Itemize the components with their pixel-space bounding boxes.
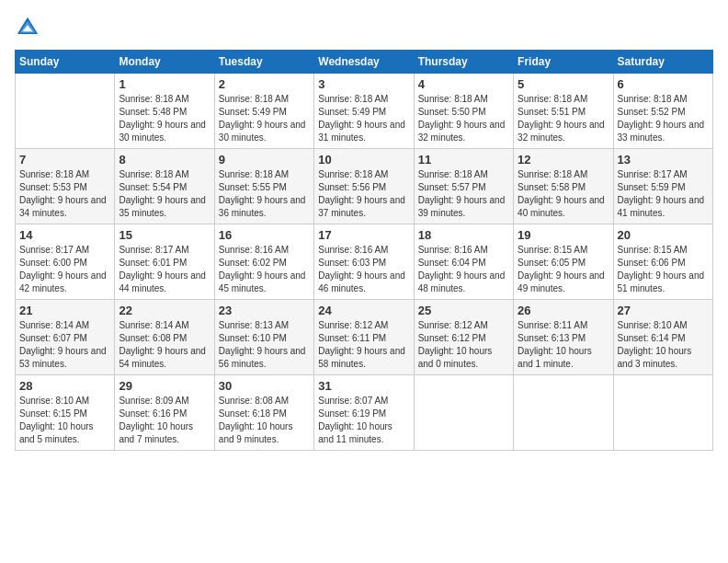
day-info: Sunrise: 8:16 AMSunset: 6:04 PMDaylight:… <box>418 244 509 295</box>
day-cell: 23Sunrise: 8:13 AMSunset: 6:10 PMDayligh… <box>214 300 313 375</box>
header-cell-saturday: Saturday <box>613 51 712 74</box>
day-cell <box>16 74 115 149</box>
header <box>15 15 713 40</box>
logo-icon <box>15 15 40 40</box>
day-info: Sunrise: 8:17 AMSunset: 6:00 PMDaylight:… <box>19 244 110 295</box>
day-number: 16 <box>219 228 310 242</box>
day-cell: 28Sunrise: 8:10 AMSunset: 6:15 PMDayligh… <box>16 375 115 451</box>
day-cell: 8Sunrise: 8:18 AMSunset: 5:54 PMDaylight… <box>115 149 214 224</box>
day-info: Sunrise: 8:13 AMSunset: 6:10 PMDaylight:… <box>219 319 310 371</box>
day-info: Sunrise: 8:09 AMSunset: 6:16 PMDaylight:… <box>119 395 210 446</box>
header-cell-friday: Friday <box>514 51 613 74</box>
day-cell: 17Sunrise: 8:16 AMSunset: 6:03 PMDayligh… <box>314 224 414 300</box>
day-info: Sunrise: 8:12 AMSunset: 6:11 PMDaylight:… <box>318 319 409 371</box>
day-cell <box>613 375 712 451</box>
day-cell <box>514 375 613 451</box>
page: SundayMondayTuesdayWednesdayThursdayFrid… <box>0 0 728 563</box>
day-cell: 19Sunrise: 8:15 AMSunset: 6:05 PMDayligh… <box>514 224 613 300</box>
day-cell: 20Sunrise: 8:15 AMSunset: 6:06 PMDayligh… <box>613 224 712 300</box>
day-cell: 12Sunrise: 8:18 AMSunset: 5:58 PMDayligh… <box>514 149 613 224</box>
day-cell: 18Sunrise: 8:16 AMSunset: 6:04 PMDayligh… <box>414 224 513 300</box>
day-number: 24 <box>318 304 409 317</box>
calendar-table: SundayMondayTuesdayWednesdayThursdayFrid… <box>15 50 713 451</box>
day-cell: 5Sunrise: 8:18 AMSunset: 5:51 PMDaylight… <box>514 74 613 149</box>
day-cell: 30Sunrise: 8:08 AMSunset: 6:18 PMDayligh… <box>214 375 313 451</box>
day-info: Sunrise: 8:18 AMSunset: 5:56 PMDaylight:… <box>318 168 409 220</box>
day-number: 14 <box>19 228 110 242</box>
day-info: Sunrise: 8:18 AMSunset: 5:55 PMDaylight:… <box>219 168 310 220</box>
day-number: 28 <box>19 379 110 393</box>
day-info: Sunrise: 8:17 AMSunset: 5:59 PMDaylight:… <box>618 168 709 220</box>
day-cell: 21Sunrise: 8:14 AMSunset: 6:07 PMDayligh… <box>16 300 115 375</box>
calendar-header: SundayMondayTuesdayWednesdayThursdayFrid… <box>16 51 713 74</box>
day-number: 5 <box>518 77 609 91</box>
day-info: Sunrise: 8:18 AMSunset: 5:49 PMDaylight:… <box>318 93 409 144</box>
day-cell: 14Sunrise: 8:17 AMSunset: 6:00 PMDayligh… <box>16 224 115 300</box>
day-info: Sunrise: 8:10 AMSunset: 6:15 PMDaylight:… <box>19 395 110 446</box>
day-info: Sunrise: 8:18 AMSunset: 5:48 PMDaylight:… <box>119 93 210 144</box>
day-cell: 26Sunrise: 8:11 AMSunset: 6:13 PMDayligh… <box>514 300 613 375</box>
day-info: Sunrise: 8:16 AMSunset: 6:03 PMDaylight:… <box>318 244 409 295</box>
day-number: 21 <box>19 304 110 317</box>
day-cell: 22Sunrise: 8:14 AMSunset: 6:08 PMDayligh… <box>115 300 214 375</box>
day-cell: 16Sunrise: 8:16 AMSunset: 6:02 PMDayligh… <box>214 224 313 300</box>
day-info: Sunrise: 8:14 AMSunset: 6:07 PMDaylight:… <box>19 319 110 371</box>
day-info: Sunrise: 8:18 AMSunset: 5:51 PMDaylight:… <box>518 93 609 144</box>
day-info: Sunrise: 8:10 AMSunset: 6:14 PMDaylight:… <box>618 319 709 371</box>
day-cell: 31Sunrise: 8:07 AMSunset: 6:19 PMDayligh… <box>314 375 414 451</box>
day-number: 31 <box>318 379 409 393</box>
day-number: 27 <box>618 304 709 317</box>
day-number: 18 <box>418 228 509 242</box>
day-cell: 11Sunrise: 8:18 AMSunset: 5:57 PMDayligh… <box>414 149 513 224</box>
day-info: Sunrise: 8:18 AMSunset: 5:53 PMDaylight:… <box>19 168 110 220</box>
day-cell: 1Sunrise: 8:18 AMSunset: 5:48 PMDaylight… <box>115 74 214 149</box>
calendar-body: 1Sunrise: 8:18 AMSunset: 5:48 PMDaylight… <box>16 74 713 451</box>
day-number: 2 <box>219 77 310 91</box>
week-row-1: 1Sunrise: 8:18 AMSunset: 5:48 PMDaylight… <box>16 74 713 149</box>
day-info: Sunrise: 8:18 AMSunset: 5:57 PMDaylight:… <box>418 168 509 220</box>
week-row-2: 7Sunrise: 8:18 AMSunset: 5:53 PMDaylight… <box>16 149 713 224</box>
day-info: Sunrise: 8:11 AMSunset: 6:13 PMDaylight:… <box>518 319 609 371</box>
day-info: Sunrise: 8:18 AMSunset: 5:52 PMDaylight:… <box>618 93 709 144</box>
day-cell: 3Sunrise: 8:18 AMSunset: 5:49 PMDaylight… <box>314 74 414 149</box>
day-number: 13 <box>618 153 709 167</box>
day-cell: 29Sunrise: 8:09 AMSunset: 6:16 PMDayligh… <box>115 375 214 451</box>
day-number: 19 <box>518 228 609 242</box>
day-number: 17 <box>318 228 409 242</box>
day-info: Sunrise: 8:18 AMSunset: 5:54 PMDaylight:… <box>119 168 210 220</box>
header-cell-monday: Monday <box>115 51 214 74</box>
day-info: Sunrise: 8:18 AMSunset: 5:50 PMDaylight:… <box>418 93 509 144</box>
day-info: Sunrise: 8:17 AMSunset: 6:01 PMDaylight:… <box>119 244 210 295</box>
day-info: Sunrise: 8:08 AMSunset: 6:18 PMDaylight:… <box>219 395 310 446</box>
day-number: 25 <box>418 304 509 317</box>
logo <box>15 15 44 40</box>
day-cell: 25Sunrise: 8:12 AMSunset: 6:12 PMDayligh… <box>414 300 513 375</box>
day-number: 29 <box>119 379 210 393</box>
day-info: Sunrise: 8:18 AMSunset: 5:49 PMDaylight:… <box>219 93 310 144</box>
day-info: Sunrise: 8:18 AMSunset: 5:58 PMDaylight:… <box>518 168 609 220</box>
day-info: Sunrise: 8:14 AMSunset: 6:08 PMDaylight:… <box>119 319 210 371</box>
day-info: Sunrise: 8:15 AMSunset: 6:06 PMDaylight:… <box>618 244 709 295</box>
day-info: Sunrise: 8:16 AMSunset: 6:02 PMDaylight:… <box>219 244 310 295</box>
day-cell: 6Sunrise: 8:18 AMSunset: 5:52 PMDaylight… <box>613 74 712 149</box>
day-number: 15 <box>119 228 210 242</box>
day-number: 4 <box>418 77 509 91</box>
header-cell-tuesday: Tuesday <box>214 51 313 74</box>
day-number: 26 <box>518 304 609 317</box>
day-cell: 4Sunrise: 8:18 AMSunset: 5:50 PMDaylight… <box>414 74 513 149</box>
header-cell-sunday: Sunday <box>16 51 115 74</box>
day-info: Sunrise: 8:07 AMSunset: 6:19 PMDaylight:… <box>318 395 409 446</box>
day-cell: 10Sunrise: 8:18 AMSunset: 5:56 PMDayligh… <box>314 149 414 224</box>
day-info: Sunrise: 8:15 AMSunset: 6:05 PMDaylight:… <box>518 244 609 295</box>
day-number: 20 <box>618 228 709 242</box>
week-row-5: 28Sunrise: 8:10 AMSunset: 6:15 PMDayligh… <box>16 375 713 451</box>
day-cell: 24Sunrise: 8:12 AMSunset: 6:11 PMDayligh… <box>314 300 414 375</box>
day-info: Sunrise: 8:12 AMSunset: 6:12 PMDaylight:… <box>418 319 509 371</box>
day-cell: 27Sunrise: 8:10 AMSunset: 6:14 PMDayligh… <box>613 300 712 375</box>
day-number: 22 <box>119 304 210 317</box>
day-number: 7 <box>19 153 110 167</box>
day-number: 12 <box>518 153 609 167</box>
day-cell: 2Sunrise: 8:18 AMSunset: 5:49 PMDaylight… <box>214 74 313 149</box>
day-number: 30 <box>219 379 310 393</box>
day-number: 10 <box>318 153 409 167</box>
